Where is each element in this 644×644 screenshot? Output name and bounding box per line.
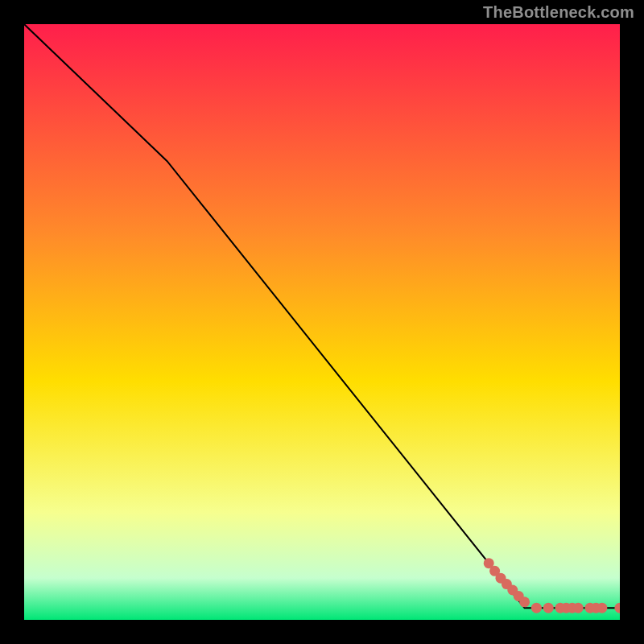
data-marker [573,603,584,613]
data-marker [531,603,542,613]
chart-background [24,24,620,620]
chart-svg [24,24,620,620]
data-marker [543,603,554,613]
watermark-label: TheBottleneck.com [483,3,634,22]
data-marker [597,603,607,613]
chart-frame: TheBottleneck.com [0,0,644,644]
chart-plot [24,24,620,620]
data-marker [519,597,530,607]
